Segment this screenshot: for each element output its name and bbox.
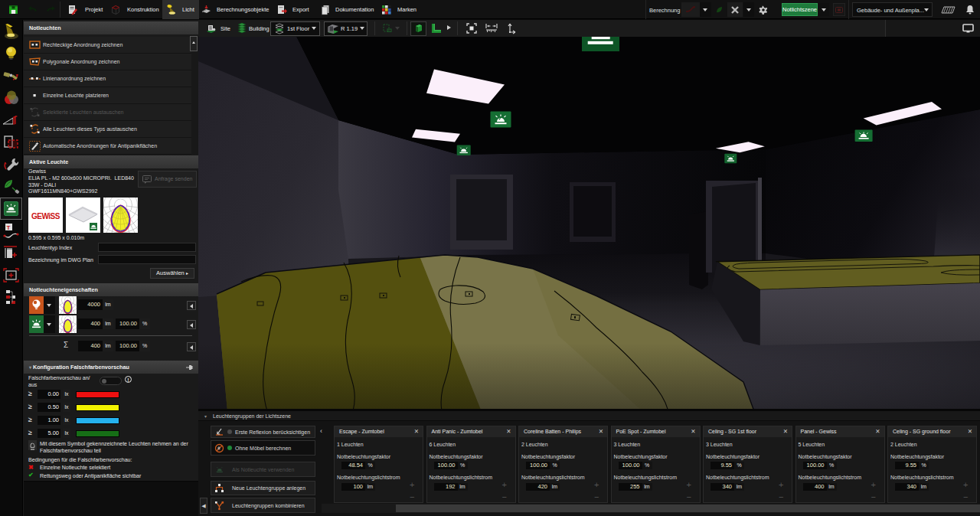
svg-text:T: T	[7, 224, 11, 231]
